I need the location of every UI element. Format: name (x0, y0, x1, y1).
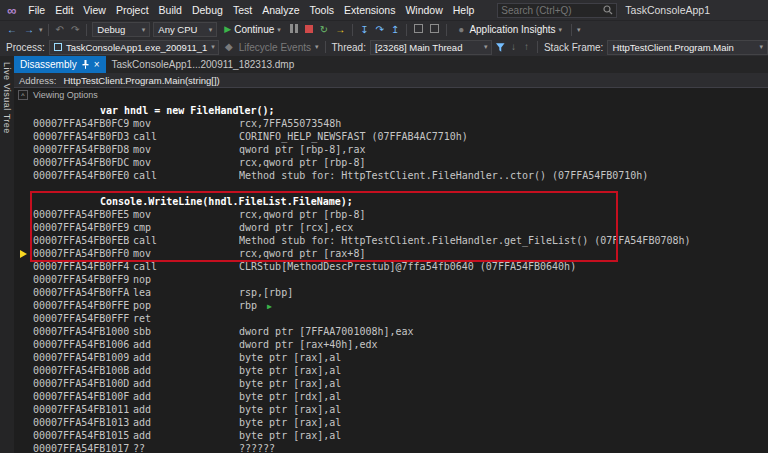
asm-line[interactable]: 00007FFA54FB0FD8movqword ptr [rbp-8],rax (14, 143, 768, 156)
menu-item-edit[interactable]: Edit (50, 3, 78, 17)
source-line[interactable]: var hndl = new FileHandler(); (14, 104, 768, 117)
asm-line[interactable]: 00007FFA54FB100Faddbyte ptr [rdx],al (14, 390, 768, 403)
instruction-mnemonic: mov (133, 117, 239, 130)
search-icon (603, 5, 613, 15)
instruction-mnemonic: add (133, 377, 239, 390)
instruction-mnemonic: mov (133, 156, 239, 169)
viewing-options-label[interactable]: Viewing Options (33, 90, 98, 100)
instruction-mnemonic: call (133, 169, 239, 182)
menu-item-extensions[interactable]: Extensions (339, 3, 400, 17)
menu-item-test[interactable]: Test (228, 3, 257, 17)
instruction-operands: byte ptr [rax],al (239, 377, 768, 390)
toolbar-overflow-icon[interactable]: ▾ (577, 26, 581, 34)
instruction-mnemonic: call (133, 130, 239, 143)
application-insights-button[interactable]: ● Application Insights ▾ (452, 22, 566, 38)
filter-threads-icon[interactable] (496, 43, 505, 52)
stack-frame-combo[interactable]: HttpTestClient.Program.Main ▾ (607, 40, 768, 55)
navigate-dropdown-icon[interactable]: ▾ (39, 26, 43, 34)
asm-line[interactable]: 00007FFA54FB100Baddbyte ptr [rax],al (14, 364, 768, 377)
asm-line[interactable]: 00007FFA54FB1009addbyte ptr [rax],al (14, 351, 768, 364)
thread-value: [23268] Main Thread (375, 42, 463, 53)
tab-dump-file[interactable]: TaskConsoleApp1...200911_182313.dmp (106, 56, 301, 73)
platform-combo[interactable]: Any CPU ▾ (153, 22, 217, 37)
menu-item-project[interactable]: Project (111, 3, 154, 17)
menu-item-analyze[interactable]: Analyze (257, 3, 304, 17)
menu-item-debug[interactable]: Debug (187, 3, 228, 17)
asm-line[interactable]: 00007FFA54FB0FFAlearsp,[rbp] (14, 286, 768, 299)
asm-line[interactable]: 00007FFA54FB100Daddbyte ptr [rax],al (14, 377, 768, 390)
asm-line[interactable]: 00007FFA54FB0FE5movrcx,qword ptr [rbp-8] (14, 208, 768, 221)
menu-item-build[interactable]: Build (154, 3, 187, 17)
instruction-address: 00007FFA54FB0FFF (33, 312, 133, 325)
instruction-address: 00007FFA54FB0FE5 (33, 208, 133, 221)
asm-line[interactable]: 00007FFA54FB0FE0callMethod stub for: Htt… (14, 169, 768, 182)
asm-line[interactable]: 00007FFA54FB0FE9cmpdword ptr [rcx],ecx (14, 221, 768, 234)
instruction-operands: ?????? (239, 442, 768, 453)
continue-button[interactable]: ▶ Continue ▾ (220, 22, 284, 38)
asm-line[interactable]: 00007FFA54FB1017???????? (14, 442, 768, 453)
asm-line[interactable]: 00007FFA54FB0FF0movrcx,qword ptr [rax+8] (14, 247, 768, 260)
process-combo[interactable]: TaskConsoleApp1.exe_200911_1 ▾ (49, 40, 219, 55)
instruction-mnemonic: add (133, 416, 239, 429)
menu-item-help[interactable]: Help (448, 3, 480, 17)
instruction-address: 00007FFA54FB0FFE (33, 299, 133, 312)
menu-item-window[interactable]: Window (400, 3, 447, 17)
menu-item-view[interactable]: View (78, 3, 111, 17)
instruction-address: 00007FFA54FB1011 (33, 403, 133, 416)
menu-item-file[interactable]: File (23, 3, 50, 17)
source-line[interactable]: Console.WriteLine(hndl.FileList.FileName… (14, 195, 768, 208)
asm-line[interactable]: 00007FFA54FB0FEBcallMethod stub for: Htt… (14, 234, 768, 247)
breakpoint-gutter[interactable] (14, 250, 33, 258)
toolbar-misc-icon[interactable] (428, 24, 441, 35)
asm-line[interactable]: 00007FFA54FB0FC9movrcx,7FFA55073548h (14, 117, 768, 130)
instruction-mnemonic: mov (133, 143, 239, 156)
asm-line[interactable]: 00007FFA54FB0FF9nop (14, 273, 768, 286)
step-out-button[interactable]: ↥ (389, 25, 401, 35)
current-statement-arrow-icon (20, 250, 27, 258)
break-all-button[interactable] (288, 24, 300, 35)
undo-icon[interactable]: ↶ (54, 25, 66, 35)
tab-disassembly[interactable]: Disassembly× (14, 56, 106, 73)
live-visual-tree-tab[interactable]: Live Visual Tree (2, 62, 12, 453)
instruction-address: 00007FFA54FB0FE9 (33, 221, 133, 234)
collapse-chevron-icon[interactable]: ^ (18, 90, 28, 100)
asm-line[interactable]: 00007FFA54FB1006adddword ptr [rax+40h],e… (14, 338, 768, 351)
asm-line[interactable]: 00007FFA54FB0FF4callCLRStub[MethodDescPr… (14, 260, 768, 273)
asm-line[interactable]: 00007FFA54FB1000sbbdword ptr [7FFAA70010… (14, 325, 768, 338)
asm-line[interactable]: 00007FFA54FB1013addbyte ptr [rax],al (14, 416, 768, 429)
menu-item-tools[interactable]: Tools (305, 3, 340, 17)
lifecycle-events-icon: ◆ (223, 42, 235, 52)
show-next-statement-button[interactable]: → (333, 25, 347, 35)
quick-search-box[interactable] (497, 3, 617, 18)
restart-button[interactable]: ↻ (318, 25, 330, 35)
asm-line[interactable]: 00007FFA54FB1015addbyte ptr [rax],al (14, 429, 768, 442)
application-insights-label: Application Insights (469, 24, 555, 35)
asm-line[interactable]: 00007FFA54FB0FDCmovrcx,qword ptr [rbp-8] (14, 156, 768, 169)
close-icon[interactable]: × (94, 60, 100, 70)
step-over-button[interactable]: ↷ (374, 25, 386, 35)
document-pane: Disassembly×TaskConsoleApp1...200911_182… (14, 56, 768, 453)
thread-combo[interactable]: [23268] Main Thread ▾ (370, 40, 492, 55)
redo-icon[interactable]: ↷ (69, 25, 81, 35)
instruction-mnemonic: nop (133, 273, 239, 286)
chevron-down-icon: ▾ (211, 43, 215, 51)
address-value[interactable]: HttpTestClient.Program.Main(string[]) (64, 75, 220, 86)
instruction-address: 00007FFA54FB0FD8 (33, 143, 133, 156)
next-frame-icon[interactable]: ↑ (522, 42, 531, 52)
asm-line[interactable]: 00007FFA54FB0FFEpoprbp▶ (14, 299, 768, 312)
toolbar-misc-icon[interactable] (412, 24, 425, 35)
asm-line[interactable]: 00007FFA54FB0FFFret (14, 312, 768, 325)
navigate-back-icon[interactable]: ← (5, 25, 19, 35)
debug-config-combo[interactable]: Debug ▾ (92, 22, 150, 37)
stop-debugging-button[interactable] (303, 25, 315, 35)
instruction-mnemonic: add (133, 429, 239, 442)
navigate-forward-icon[interactable]: → (22, 25, 36, 35)
step-into-button[interactable]: ↧ (358, 25, 370, 35)
pin-icon[interactable] (82, 60, 89, 69)
search-input[interactable] (501, 5, 603, 16)
asm-line[interactable]: 00007FFA54FB0FD3callCORINFO_HELP_NEWSFAS… (14, 130, 768, 143)
instruction-operands: rcx,qword ptr [rax+8] (239, 247, 768, 260)
instruction-address: 00007FFA54FB0FEB (33, 234, 133, 247)
asm-line[interactable]: 00007FFA54FB1011addbyte ptr [rax],al (14, 403, 768, 416)
previous-frame-icon[interactable]: ↓ (509, 42, 518, 52)
